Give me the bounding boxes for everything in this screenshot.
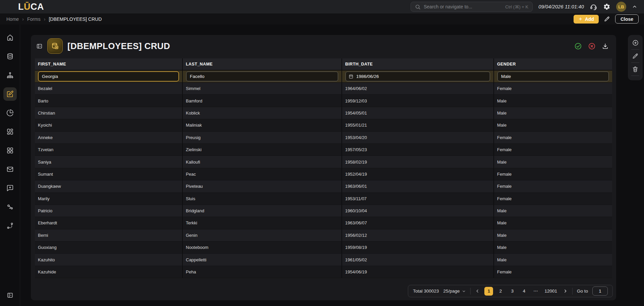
page-ellipsis[interactable]: ••• [531, 287, 540, 296]
table-row[interactable]: Sumant Peac 1952/04/19 Female [35, 168, 612, 180]
global-search[interactable]: Ctrl (⌘) + K [411, 2, 533, 12]
edit-form-icon [6, 90, 14, 98]
divider [631, 62, 639, 63]
cell-last-name: Piveteau [183, 180, 342, 192]
breadcrumb-current: [DBEMPLOYEES] CRUD [49, 16, 102, 22]
goto-page-input[interactable] [592, 287, 608, 296]
panel-expand-icon [36, 43, 43, 49]
cell-gender: Female [494, 144, 612, 156]
check-circle-icon [574, 42, 582, 50]
page-button-2[interactable]: 2 [496, 287, 505, 296]
filter-birth-date-input[interactable] [345, 72, 490, 81]
collapse-topbar-button[interactable] [632, 4, 637, 9]
filter-last-name-input[interactable] [186, 72, 338, 81]
page-button-3[interactable]: 3 [508, 287, 517, 296]
table-row[interactable]: Bezalel Simmel 1964/06/02 Female [35, 83, 612, 95]
table-row[interactable]: Tzvetan Zielinski 1957/05/23 Female [35, 144, 612, 156]
sidebar-item-pie-chart[interactable] [3, 106, 17, 120]
table-row[interactable]: Kazuhito Cappelletti 1961/05/02 Male [35, 254, 612, 266]
sidebar-item-grid[interactable] [3, 144, 17, 157]
column-header-last-name[interactable]: LAST_NAME [183, 58, 342, 70]
expand-sidebar-button[interactable] [3, 289, 17, 302]
breadcrumb-forms[interactable]: Forms [27, 16, 41, 22]
avatar[interactable]: LB [616, 2, 626, 12]
settings-button[interactable] [603, 3, 610, 10]
column-header-gender[interactable]: GENDER [494, 58, 612, 70]
pagination-bar: Total 300023 25/page 1234•••12001 Go to [408, 285, 613, 297]
add-button[interactable]: Add [574, 15, 599, 24]
divider [631, 49, 639, 50]
cell-gender: Male [494, 229, 612, 241]
sidebar-item-hierarchy[interactable] [3, 69, 17, 82]
table-row[interactable]: Anneke Preusig 1953/04/20 Female [35, 132, 612, 144]
cell-birth-date: 1954/05/01 [342, 107, 494, 119]
table-body: Bezalel Simmel 1964/06/02 Female Barto B… [35, 83, 612, 278]
cell-birth-date: 1953/04/20 [342, 132, 494, 143]
page-button-1[interactable]: 1 [484, 287, 493, 296]
page-size-select[interactable]: 25/page [443, 289, 466, 294]
sidebar-item-database[interactable] [3, 50, 17, 63]
cell-first-name: Duangkaew [35, 180, 183, 192]
column-header-birth-date[interactable]: BIRTH_DATE [342, 58, 494, 70]
topbar: LŪCA Ctrl (⌘) + K 09/04/2026 11:01:40 LB [0, 0, 644, 13]
table-row[interactable]: Duangkaew Piveteau 1963/06/01 Female [35, 180, 612, 192]
cell-first-name: Kyoichi [35, 119, 183, 131]
cell-last-name: Zielinski [183, 144, 342, 156]
panel-toggle-button[interactable] [36, 43, 43, 49]
sidebar-item-dashboard[interactable] [3, 125, 17, 138]
table-row[interactable]: Berni Genin 1956/02/12 Male [35, 229, 612, 242]
filter-gender-input[interactable] [497, 72, 609, 81]
table-row[interactable]: Barto Bamford 1959/12/03 Male [35, 95, 612, 107]
delete-record-button[interactable] [632, 66, 639, 73]
cell-last-name: Peac [183, 168, 342, 180]
cell-first-name: Anneke [35, 132, 183, 143]
cell-birth-date: 1957/05/23 [342, 144, 494, 156]
cancel-button[interactable] [588, 42, 596, 50]
edit-page-button[interactable] [604, 16, 610, 22]
add-record-button[interactable] [632, 39, 639, 46]
form-panel: [DBEMPLOYEES] CRUD FIRST_NAME LAST_NAME … [31, 35, 616, 300]
sidebar-item-home[interactable] [3, 31, 17, 44]
cell-last-name: Genin [183, 229, 342, 241]
sidebar-item-form-editor[interactable] [3, 87, 17, 101]
previous-page-button[interactable] [475, 289, 480, 294]
cell-gender: Male [494, 242, 612, 253]
cell-birth-date: 1963/06/01 [342, 180, 494, 192]
breadcrumb-home[interactable]: Home [6, 16, 19, 22]
table-row[interactable]: Marily Sluis 1953/11/07 Female [35, 193, 612, 205]
chevron-down-icon [462, 289, 466, 293]
pie-chart-icon [6, 109, 14, 117]
table-row[interactable]: Saniya Kalloufi 1958/02/19 Male [35, 156, 612, 168]
table-row[interactable]: Kyoichi Maliniak 1955/01/21 Male [35, 119, 612, 131]
sidebar-item-share[interactable] [3, 200, 17, 214]
close-button[interactable]: Close [615, 14, 639, 24]
cell-last-name: Nooteboom [183, 242, 342, 253]
table-row[interactable]: Guoxiang Nooteboom 1959/08/19 Male [35, 242, 612, 254]
search-input[interactable] [424, 4, 502, 9]
filter-first-name-input[interactable] [38, 72, 179, 81]
cell-first-name: Eberhardt [35, 217, 183, 229]
download-button[interactable] [602, 43, 609, 50]
page-button-12001[interactable]: 12001 [543, 287, 558, 296]
cell-last-name: Bamford [183, 95, 342, 106]
cell-gender: Male [494, 95, 612, 106]
column-header-first-name[interactable]: FIRST_NAME [35, 58, 183, 70]
sidebar-item-mail[interactable] [3, 163, 17, 176]
table-row[interactable]: Eberhardt Terkki 1963/06/07 Male [35, 217, 612, 229]
cell-last-name: Kalloufi [183, 156, 342, 168]
table-row[interactable]: Kazuhide Peha 1954/06/19 Female [35, 266, 612, 278]
edit-record-button[interactable] [632, 53, 639, 59]
cell-first-name: Berni [35, 229, 183, 241]
next-page-button[interactable] [563, 289, 568, 294]
page-button-4[interactable]: 4 [520, 287, 528, 296]
total-count: Total 300023 [413, 289, 439, 294]
sidebar-item-workflow[interactable] [3, 219, 17, 232]
sidebar-item-chat[interactable] [3, 181, 17, 195]
divider [631, 76, 639, 76]
chat-plus-icon [6, 184, 14, 192]
cell-first-name: Bezalel [35, 83, 183, 94]
support-button[interactable] [590, 3, 597, 11]
table-row[interactable]: Patricio Bridgland 1960/10/04 Male [35, 205, 612, 217]
table-row[interactable]: Chirstian Koblick 1954/05/01 Male [35, 107, 612, 119]
confirm-button[interactable] [574, 42, 582, 50]
